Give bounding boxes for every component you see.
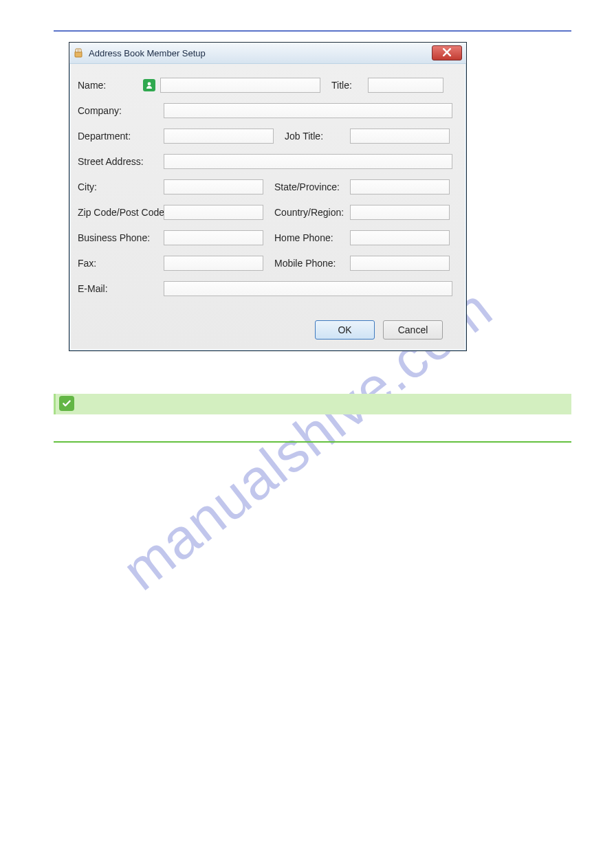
page-top-rule	[54, 30, 571, 32]
dialog-client-area: Name: Title: Company: Department: Job Ti…	[71, 64, 465, 349]
label-company: Company:	[78, 105, 164, 116]
tip-bar	[54, 394, 571, 414]
state-field[interactable]	[350, 179, 450, 194]
person-icon[interactable]	[143, 79, 155, 91]
dialog-titlebar: Address Book Member Setup	[69, 43, 466, 64]
cancel-button-label: Cancel	[398, 324, 428, 335]
label-name: Name:	[78, 80, 143, 91]
label-home-phone: Home Phone:	[274, 232, 350, 243]
job-title-field[interactable]	[350, 129, 450, 144]
label-fax: Fax:	[78, 258, 164, 269]
label-street: Street Address:	[78, 156, 164, 167]
label-country: Country/Region:	[274, 207, 350, 218]
title-field[interactable]	[368, 78, 443, 93]
home-phone-field[interactable]	[350, 230, 450, 245]
business-phone-field[interactable]	[164, 230, 263, 245]
fax-field[interactable]	[164, 256, 263, 271]
city-field[interactable]	[164, 179, 263, 194]
label-city: City:	[78, 181, 164, 192]
label-department: Department:	[78, 131, 164, 142]
ok-button-label: OK	[338, 324, 351, 335]
label-state: State/Province:	[274, 181, 350, 192]
mobile-phone-field[interactable]	[350, 256, 450, 271]
department-field[interactable]	[164, 129, 274, 144]
label-zip: Zip Code/Post Code:	[78, 207, 164, 218]
ok-button[interactable]: OK	[315, 320, 375, 340]
dialog-title: Address Book Member Setup	[89, 48, 206, 58]
company-field[interactable]	[164, 103, 452, 118]
green-rule	[54, 441, 571, 443]
checkmark-icon	[59, 396, 74, 411]
country-field[interactable]	[350, 205, 450, 220]
svg-point-2	[148, 82, 151, 86]
cancel-button[interactable]: Cancel	[383, 320, 443, 340]
zip-field[interactable]	[164, 205, 263, 220]
name-field[interactable]	[160, 78, 320, 93]
label-email: E-Mail:	[78, 283, 164, 294]
dialog-button-row: OK Cancel	[315, 320, 443, 340]
label-title: Title:	[331, 80, 355, 91]
address-book-icon	[74, 47, 85, 58]
label-mobile-phone: Mobile Phone:	[274, 258, 350, 269]
close-button[interactable]	[432, 45, 462, 60]
street-field[interactable]	[164, 154, 452, 169]
label-business-phone: Business Phone:	[78, 232, 164, 243]
address-book-dialog: Address Book Member Setup Name: Title: C…	[69, 42, 467, 351]
close-icon	[443, 47, 451, 58]
email-field[interactable]	[164, 281, 452, 296]
label-job-title: Job Title:	[285, 131, 350, 142]
